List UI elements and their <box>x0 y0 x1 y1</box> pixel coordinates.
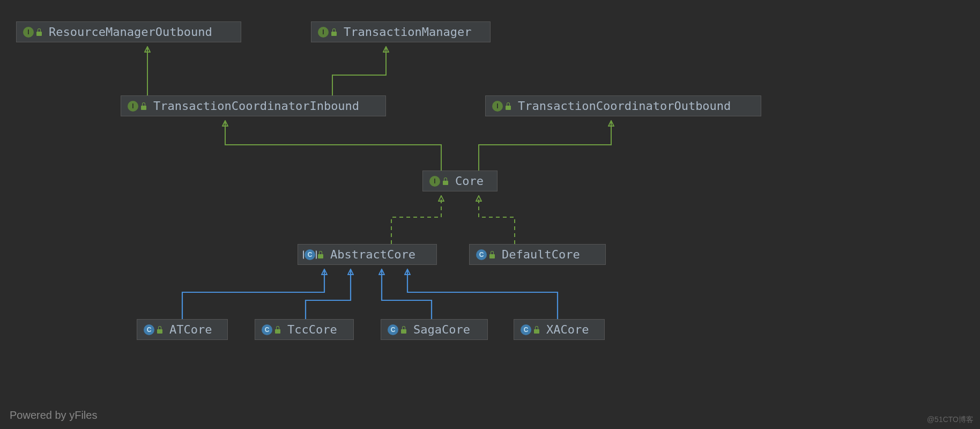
edge-implements <box>225 121 441 171</box>
node-abscore[interactable]: CAbstractCore <box>298 244 437 265</box>
interface-icon: I <box>23 27 34 38</box>
class-icon: C <box>262 324 272 335</box>
node-rmo[interactable]: IResourceManagerOutbound <box>16 21 241 42</box>
node-label: XACore <box>546 323 589 336</box>
node-tci[interactable]: ITransactionCoordinatorInbound <box>121 95 386 116</box>
lock-icon <box>140 102 148 110</box>
class-icon: C <box>521 324 531 335</box>
interface-icon: I <box>318 27 329 38</box>
node-sagacore[interactable]: CSagaCore <box>381 319 488 340</box>
node-defcore[interactable]: CDefaultCore <box>469 244 606 265</box>
interface-icon: I <box>128 101 138 112</box>
class-icon: C <box>476 249 487 260</box>
edge-extends <box>382 270 432 319</box>
lock-icon <box>274 326 282 334</box>
node-label: TransactionCoordinatorOutbound <box>518 99 731 113</box>
node-label: DefaultCore <box>502 248 580 261</box>
lock-icon <box>442 177 450 185</box>
powered-by-label: Powered by yFiles <box>10 409 97 421</box>
edge-extends <box>306 270 351 319</box>
edge-extends <box>182 270 324 319</box>
edge-implements <box>479 121 611 171</box>
node-tm[interactable]: ITransactionManager <box>311 21 491 42</box>
node-label: SagaCore <box>413 323 470 336</box>
lock-icon <box>331 28 338 36</box>
lock-icon <box>157 326 164 334</box>
node-label: TransactionCoordinatorInbound <box>153 99 359 113</box>
lock-icon <box>317 251 325 258</box>
abstract-icon: C <box>305 249 315 260</box>
class-icon: C <box>388 324 398 335</box>
watermark-label: @51CTO博客 <box>927 415 974 425</box>
node-label: AbstractCore <box>330 248 415 261</box>
edge-realizes <box>391 196 441 244</box>
interface-icon: I <box>429 176 440 187</box>
node-label: ResourceManagerOutbound <box>49 25 212 39</box>
lock-icon <box>505 102 513 110</box>
node-core[interactable]: ICore <box>422 171 498 191</box>
node-tcccore[interactable]: CTccCore <box>255 319 354 340</box>
node-label: ATCore <box>169 323 212 336</box>
node-tco[interactable]: ITransactionCoordinatorOutbound <box>485 95 761 116</box>
node-label: TccCore <box>287 323 337 336</box>
edge-realizes <box>479 196 515 244</box>
class-icon: C <box>144 324 154 335</box>
lock-icon <box>489 251 496 258</box>
interface-icon: I <box>492 101 503 112</box>
node-xacore[interactable]: CXACore <box>514 319 605 340</box>
edge-implements <box>332 47 386 95</box>
lock-icon <box>36 28 43 36</box>
lock-icon <box>533 326 541 334</box>
lock-icon <box>400 326 408 334</box>
node-atcore[interactable]: CATCore <box>137 319 228 340</box>
node-label: TransactionManager <box>344 25 471 39</box>
edge-layer <box>0 0 980 429</box>
edge-extends <box>407 270 558 319</box>
node-label: Core <box>455 174 484 188</box>
